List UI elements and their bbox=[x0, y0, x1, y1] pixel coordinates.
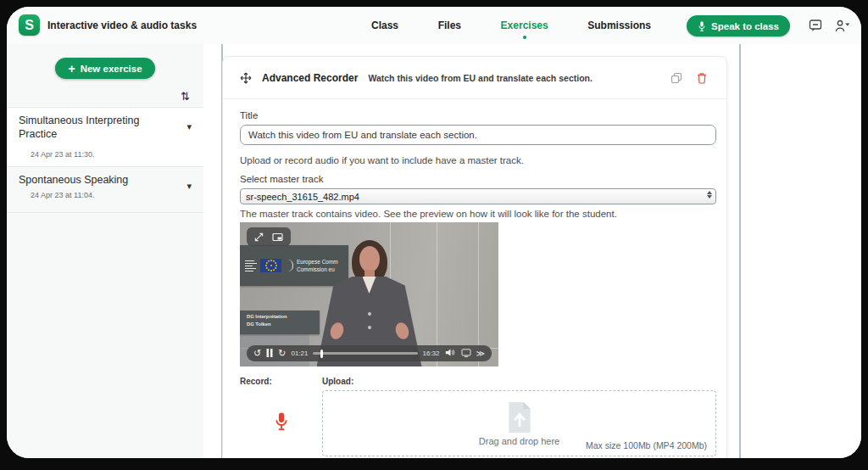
sign-line-1: Europese Comm bbox=[297, 259, 338, 265]
master-track-select[interactable]: sr-speech_31615_482.mp4 bbox=[240, 188, 716, 204]
advanced-recorder-card: Advanced Recorder Watch this video from … bbox=[222, 56, 727, 458]
dropzone-text: Drag and drop here bbox=[479, 436, 559, 446]
record-column bbox=[240, 390, 322, 456]
more-controls-button[interactable]: ≫ bbox=[476, 349, 485, 358]
eu-commission-sign: Europese Comm Commission eu bbox=[240, 245, 348, 286]
chat-button[interactable] bbox=[807, 18, 824, 33]
sign2-line-1: DG Interprétation bbox=[247, 313, 320, 321]
selected-track-value: sr-speech_31615_482.mp4 bbox=[246, 192, 359, 202]
exercise-sidebar: + New exercise ⇅ Simultaneous Interpreti… bbox=[7, 44, 203, 458]
title-field-label: Title bbox=[240, 110, 716, 120]
speak-button-label: Speak to class bbox=[711, 21, 779, 31]
file-upload-icon bbox=[506, 401, 533, 434]
record-microphone-button[interactable] bbox=[275, 411, 288, 435]
picture-in-picture-button[interactable] bbox=[272, 232, 283, 242]
speak-to-class-button[interactable]: Speak to class bbox=[687, 15, 790, 36]
app-window: S Interactive video & audio tasks Class … bbox=[7, 7, 861, 458]
title-input[interactable] bbox=[240, 125, 716, 145]
sort-icon[interactable]: ⇅ bbox=[181, 91, 190, 102]
dropzone-size-limit: Max size 100Mb (MP4 200Mb) bbox=[586, 440, 707, 450]
cast-button[interactable] bbox=[461, 349, 471, 359]
logo-letter: S bbox=[25, 18, 34, 33]
exercise-title: Simultaneous Interpreting Practice bbox=[19, 115, 175, 141]
record-microphone-icon bbox=[275, 411, 288, 432]
expand-icon bbox=[254, 232, 264, 242]
sign-stripes-decoration bbox=[245, 260, 257, 271]
video-player-bar: ↺ ↻ 01:21 16:32 bbox=[247, 345, 492, 361]
new-exercise-label: New exercise bbox=[81, 64, 142, 74]
upload-dropzone[interactable]: Drag and drop here Max size 100Mb (MP4 2… bbox=[322, 390, 716, 456]
tab-class-label: Class bbox=[371, 20, 398, 31]
chevron-down-icon[interactable]: ▾ bbox=[186, 121, 192, 132]
picture-in-picture-icon bbox=[272, 232, 283, 242]
volume-icon bbox=[445, 348, 456, 357]
progress-bar[interactable] bbox=[313, 352, 417, 355]
eu-flag-stars bbox=[270, 265, 272, 266]
current-time: 01:21 bbox=[291, 350, 308, 357]
delete-block-button[interactable] bbox=[694, 70, 709, 86]
volume-button[interactable] bbox=[445, 348, 456, 359]
drag-handle-icon[interactable] bbox=[240, 72, 252, 84]
microphone-icon bbox=[698, 20, 706, 32]
sign2-line-2: DG Tolken bbox=[247, 321, 320, 328]
new-exercise-button[interactable]: + New exercise bbox=[55, 58, 154, 79]
forward-button[interactable]: ↻ bbox=[278, 349, 286, 358]
tab-submissions[interactable]: Submissions bbox=[586, 16, 653, 35]
pause-button[interactable] bbox=[266, 349, 273, 359]
video-overlay-controls bbox=[247, 227, 291, 246]
active-tab-dot bbox=[523, 36, 526, 39]
suit-button bbox=[368, 326, 371, 329]
sidebar-toolbar: ⇅ bbox=[7, 79, 203, 108]
exercise-date: 24 Apr 23 at 11:04. bbox=[31, 191, 175, 199]
copy-icon bbox=[670, 72, 682, 84]
upload-label: Upload: bbox=[322, 377, 353, 386]
sign-fan-decoration bbox=[285, 260, 293, 271]
card-body: Title Upload or record audio if you want… bbox=[223, 99, 726, 456]
exercise-list-item-spontaneous-speaking[interactable]: Spontaneous Speaking 24 Apr 23 at 11:04.… bbox=[7, 167, 203, 213]
card-header: Advanced Recorder Watch this video from … bbox=[223, 57, 726, 99]
duplicate-block-button[interactable] bbox=[669, 70, 684, 86]
select-spinner-icon bbox=[707, 191, 712, 199]
preview-hint: The master track contains video. See the… bbox=[240, 209, 716, 219]
eu-flag bbox=[260, 259, 281, 272]
exercise-title: Spontaneous Speaking bbox=[19, 174, 175, 187]
spinner-down-arrow bbox=[707, 195, 712, 199]
sign-line-2: Commission eu bbox=[297, 266, 335, 272]
expand-button[interactable] bbox=[254, 232, 264, 242]
record-upload-row: Drag and drop here Max size 100Mb (MP4 2… bbox=[240, 390, 716, 456]
video-preview[interactable]: Europese Comm Commission eu DG Interprét… bbox=[240, 222, 498, 366]
suit-button bbox=[368, 312, 371, 316]
spinner-up-arrow bbox=[707, 191, 712, 194]
block-summary: Watch this video from EU and translate e… bbox=[368, 73, 593, 83]
rewind-button[interactable]: ↺ bbox=[253, 349, 261, 358]
record-upload-labels: Record: Upload: bbox=[240, 377, 716, 386]
user-icon bbox=[835, 20, 851, 32]
dg-interpretation-sign: DG Interprétation DG Tolken bbox=[240, 311, 320, 334]
block-type-title: Advanced Recorder bbox=[262, 72, 358, 84]
tab-files[interactable]: Files bbox=[437, 16, 463, 35]
progress-handle[interactable] bbox=[320, 350, 323, 358]
plus-icon: + bbox=[68, 63, 75, 75]
exercise-list-item-simultaneous-interpreting[interactable]: Simultaneous Interpreting Practice 24 Ap… bbox=[7, 108, 203, 167]
tab-files-label: Files bbox=[438, 20, 461, 31]
tab-exercises-label: Exercises bbox=[501, 20, 548, 31]
user-menu-button[interactable] bbox=[834, 18, 851, 33]
app-logo: S bbox=[19, 14, 40, 36]
tab-submissions-label: Submissions bbox=[587, 20, 651, 31]
tab-exercises[interactable]: Exercises bbox=[499, 16, 550, 35]
exercise-date: 24 Apr 23 at 11:30. bbox=[31, 150, 175, 159]
chevron-down-icon[interactable]: ▾ bbox=[186, 181, 192, 192]
pause-icon bbox=[266, 349, 273, 357]
tab-class[interactable]: Class bbox=[370, 16, 400, 35]
record-label: Record: bbox=[240, 377, 322, 386]
display-icon bbox=[461, 349, 471, 357]
editor-right-divider bbox=[739, 44, 741, 458]
person-face bbox=[359, 246, 380, 272]
app-header: S Interactive video & audio tasks Class … bbox=[7, 7, 861, 44]
master-track-hint: Upload or record audio if you want to in… bbox=[240, 155, 716, 165]
duration: 16:32 bbox=[423, 350, 440, 357]
chat-icon bbox=[809, 19, 822, 32]
select-master-track-label: Select master track bbox=[240, 174, 716, 184]
page-title: Interactive video & audio tasks bbox=[47, 7, 197, 44]
main-nav: Class Files Exercises Submissions bbox=[370, 7, 653, 44]
